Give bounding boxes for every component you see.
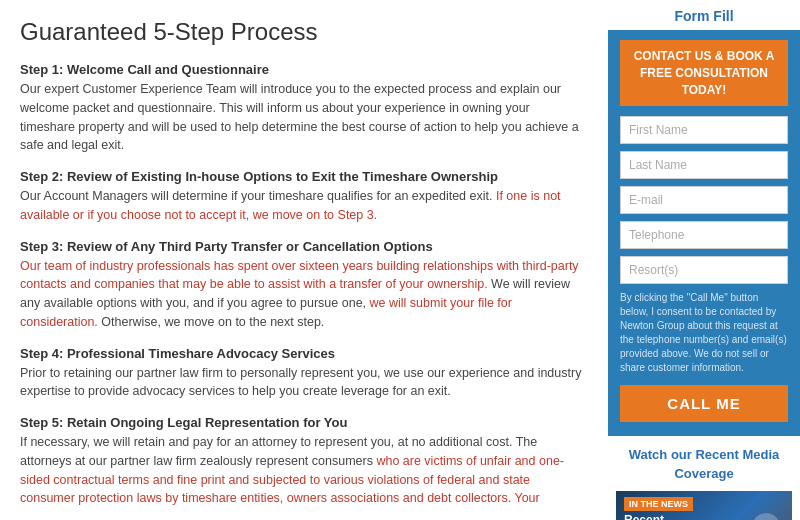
step-2-body: Our Account Managers will determine if y…	[20, 187, 588, 225]
email-input[interactable]	[620, 186, 788, 214]
step-5: Step 5: Retain Ongoing Legal Representat…	[20, 415, 588, 508]
step-1-title: Step 1: Welcome Call and Questionnaire	[20, 62, 588, 77]
media-thumbnail[interactable]: IN THE NEWS Recent Network	[616, 491, 792, 520]
step-3-body: Our team of industry professionals has s…	[20, 257, 588, 332]
telephone-input[interactable]	[620, 221, 788, 249]
step-5-title: Step 5: Retain Ongoing Legal Representat…	[20, 415, 588, 430]
form-panel: CONTACT US & BOOK A FREE CONSULTATION TO…	[608, 30, 800, 436]
step-4-body: Prior to retaining our partner law firm …	[20, 364, 588, 402]
step-2: Step 2: Review of Existing In-house Opti…	[20, 169, 588, 225]
consent-text: By clicking the "Call Me" button below, …	[620, 291, 788, 375]
page-title: Guaranteed 5-Step Process	[20, 18, 588, 46]
sidebar: Form Fill CONTACT US & BOOK A FREE CONSU…	[608, 0, 800, 520]
step-1: Step 1: Welcome Call and QuestionnaireOu…	[20, 62, 588, 155]
first-name-input[interactable]	[620, 116, 788, 144]
step-3-title: Step 3: Review of Any Third Party Transf…	[20, 239, 588, 254]
step-3: Step 3: Review of Any Third Party Transf…	[20, 239, 588, 332]
media-title: Watch our Recent Media Coverage	[616, 446, 792, 482]
main-content: Guaranteed 5-Step Process Step 1: Welcom…	[0, 0, 608, 520]
step-1-body: Our expert Customer Experience Team will…	[20, 80, 588, 155]
media-thumb-text: Recent Network	[624, 513, 671, 520]
media-section: Watch our Recent Media Coverage IN THE N…	[608, 436, 800, 520]
news-badge: IN THE NEWS	[624, 497, 693, 511]
step-4: Step 4: Professional Timeshare Advocacy …	[20, 346, 588, 402]
step-2-title: Step 2: Review of Existing In-house Opti…	[20, 169, 588, 184]
last-name-input[interactable]	[620, 151, 788, 179]
form-fill-title: Form Fill	[608, 0, 800, 30]
call-me-button[interactable]: CALL ME	[620, 385, 788, 422]
form-panel-header: CONTACT US & BOOK A FREE CONSULTATION TO…	[620, 40, 788, 106]
resort-input[interactable]	[620, 256, 788, 284]
step-4-title: Step 4: Professional Timeshare Advocacy …	[20, 346, 588, 361]
step-5-body: If necessary, we will retain and pay for…	[20, 433, 588, 508]
